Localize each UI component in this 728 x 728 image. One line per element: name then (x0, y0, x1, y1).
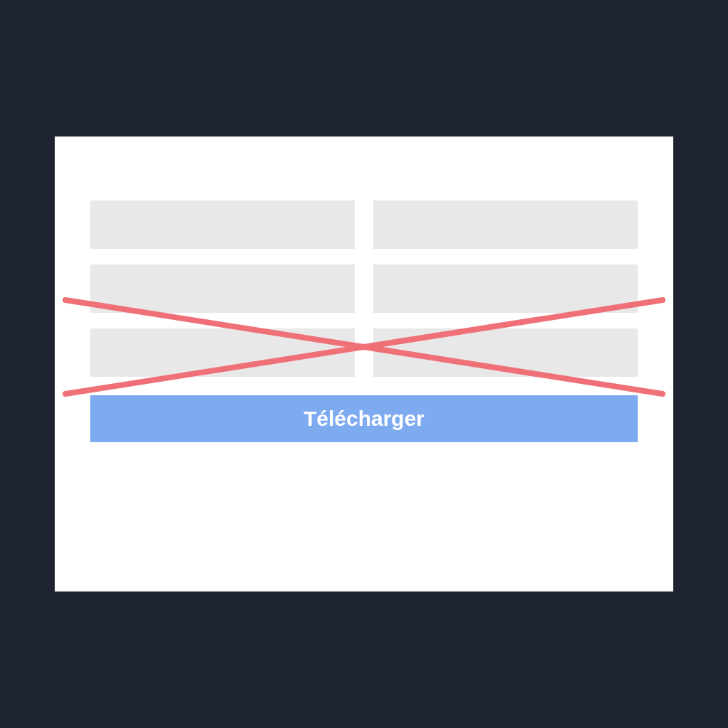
form-field[interactable] (373, 264, 638, 313)
form-grid (90, 200, 638, 377)
form-field[interactable] (373, 328, 638, 377)
form-field[interactable] (373, 200, 638, 249)
form-field[interactable] (90, 264, 355, 313)
form-field[interactable] (90, 328, 355, 377)
form-field[interactable] (90, 200, 355, 249)
download-button[interactable]: Télécharger (90, 395, 638, 442)
download-button-label: Télécharger (304, 407, 424, 431)
form-card: Télécharger (55, 136, 673, 592)
